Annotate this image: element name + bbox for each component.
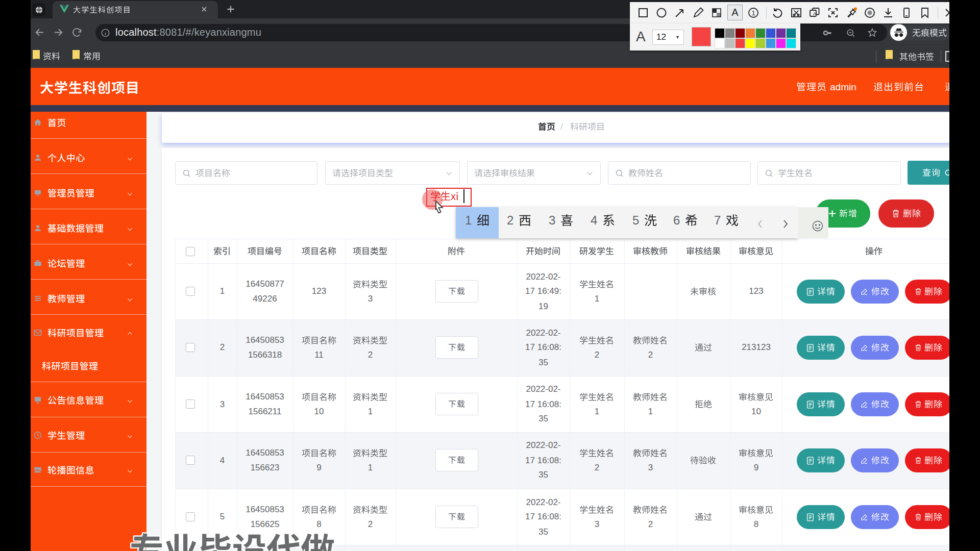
svg-text:1: 1 [751, 9, 755, 17]
svg-text:A: A [813, 11, 816, 16]
